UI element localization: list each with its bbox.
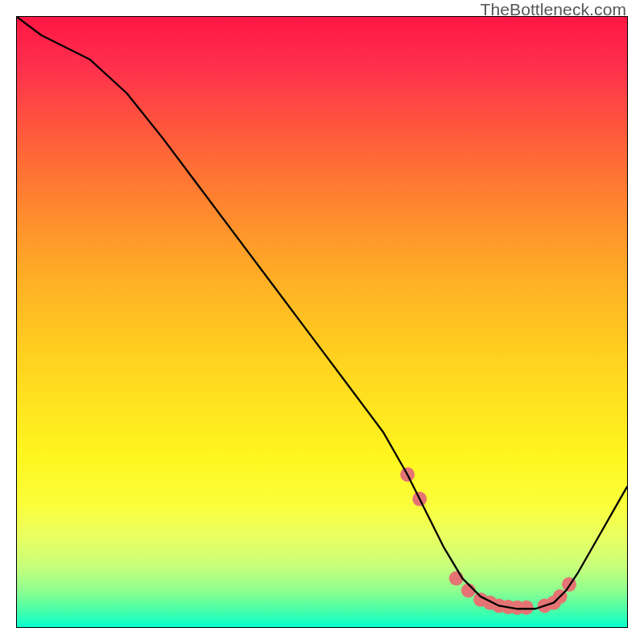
chart-container: TheBottleneck.com xyxy=(0,0,644,644)
curve-line xyxy=(17,17,627,609)
markers-group xyxy=(400,468,576,615)
marker-dot xyxy=(519,601,534,615)
plot-area xyxy=(16,16,628,628)
chart-svg xyxy=(17,17,627,627)
